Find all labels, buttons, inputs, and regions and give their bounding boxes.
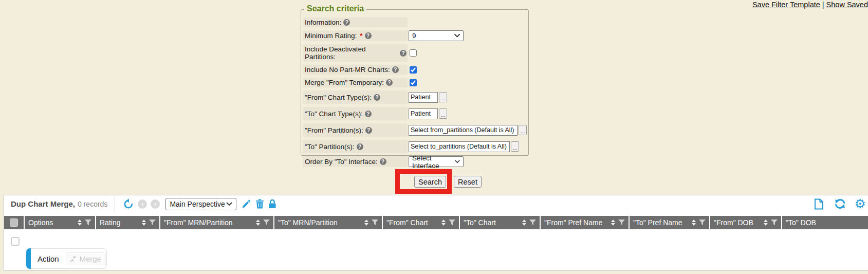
filter-icon[interactable] [529,220,536,226]
lock-perspective-button[interactable] [268,199,276,209]
form-row-from-partitions: "From" Partition(s): ? Select from_parti… [303,123,527,137]
include-deactivated-label-cell: Include Deactivated Partitions: ? [303,44,408,62]
gear-icon: ⚙ [855,197,866,210]
chevron-right-icon: › [154,200,156,207]
filter-icon[interactable] [149,220,156,226]
to-partitions-label: "To" Partition(s): [305,143,355,151]
column-header-from-chart[interactable]: "From" Chart [383,216,459,229]
sort-icon[interactable] [364,220,368,226]
filter-icon[interactable] [771,220,778,226]
reset-button[interactable]: Reset [454,176,482,188]
merge-from-temporary-checkbox[interactable] [410,79,417,86]
sort-icon[interactable] [692,220,696,226]
column-header-rating[interactable]: Rating [96,216,159,229]
row-checkbox[interactable] [11,237,20,246]
trash-icon [255,199,264,209]
help-icon[interactable]: ? [365,111,372,117]
column-header-to-pref-name[interactable]: "To" Pref Name [630,216,709,229]
search-criteria-fieldset: Search criteria Information: ? Minimum R… [301,9,529,156]
required-asterisk: * [360,32,362,40]
from-partitions-picker-button[interactable]: ... [519,125,527,135]
from-partitions-input[interactable]: Select from_partitions (Default is All) [409,125,518,136]
from-chart-types-picker-button[interactable]: ... [439,92,447,102]
form-row-include-deactivated: Include Deactivated Partitions: ? [303,44,527,62]
edit-perspective-button[interactable] [242,199,251,209]
from-partitions-label-cell: "From" Partition(s): ? [303,123,408,137]
to-chart-types-picker-button[interactable]: ... [439,108,447,119]
refresh-button[interactable] [834,198,846,209]
column-header-to-chart[interactable]: "To" Chart [460,216,540,229]
help-icon[interactable]: ? [400,50,407,57]
minimum-rating-select[interactable]: 9 [409,30,464,41]
column-header-to-mrn-partition[interactable]: "To" MRN/Partition [274,216,382,229]
form-row-from-chart-types: "From" Chart Type(s): ? Patient ... [303,90,527,104]
sort-icon[interactable] [764,220,768,226]
merge-icon [70,255,77,262]
help-icon[interactable]: ? [365,32,372,39]
merge-button[interactable]: Merge [66,252,106,265]
to-partitions-picker-button[interactable]: ... [511,141,519,152]
column-label: "From" Chart [386,218,428,227]
to-partitions-input[interactable]: Select to_partitions (Default is All) [409,141,510,152]
select-all-cell [4,216,24,229]
perspective-select[interactable]: Main Perspective [165,198,236,210]
to-chart-types-input[interactable]: Patient [409,108,438,119]
save-filter-template-link[interactable]: Save Filter Template [752,1,820,9]
column-header-from-dob[interactable]: "From" DOB [710,216,781,229]
settings-button[interactable]: ⚙ [855,197,866,210]
sort-icon[interactable] [78,220,82,226]
search-button[interactable]: Search [414,176,446,188]
column-label: "To" DOB [786,218,816,227]
search-criteria-rows: Information: ? Minimum Rating: * ? 9 Inc… [303,17,527,167]
results-grid: Dup Chart Merge, 0 records ‹ › Main Pers… [4,195,868,271]
next-perspective-button[interactable]: › [151,199,160,209]
sort-icon[interactable] [256,220,260,226]
filter-icon[interactable] [699,220,706,226]
column-header-options[interactable]: Options [25,216,95,229]
column-header-from-pref-name[interactable]: "From" Pref Name [541,216,629,229]
document-icon [814,198,824,210]
help-icon[interactable]: ? [374,94,380,101]
order-by-interface-label: Order By "To" Interface: [305,158,378,166]
minimum-rating-label-cell: Minimum Rating: * ? [303,30,408,41]
prev-perspective-button[interactable]: ‹ [138,199,147,209]
filter-icon[interactable] [372,220,378,226]
include-deactivated-checkbox[interactable] [410,49,417,57]
undo-icon [123,198,134,210]
form-row-information: Information: ? [303,17,527,27]
filter-icon[interactable] [85,220,91,226]
export-button[interactable] [814,198,824,210]
filter-template-links: Save Filter Template|Show Saved [752,1,868,9]
show-saved-link[interactable]: Show Saved [826,1,868,9]
help-icon[interactable]: ? [343,19,350,26]
form-row-minimum-rating: Minimum Rating: * ? 9 [303,30,527,41]
form-row-include-no-part-mr: Include No Part-MR Charts: ? [303,65,527,75]
delete-perspective-button[interactable] [255,199,264,209]
information-label: Information: [305,19,341,26]
help-icon[interactable]: ? [392,66,399,73]
include-no-part-mr-checkbox[interactable] [410,66,417,74]
pencil-icon [242,199,251,209]
column-header-from-mrn-partition[interactable]: "From" MRN/Partition [160,216,273,229]
sort-icon[interactable] [142,220,146,226]
help-icon[interactable]: ? [380,158,386,165]
sort-icon[interactable] [441,220,446,226]
column-header-to-dob[interactable]: "To" DOB [782,216,868,229]
from-chart-types-input[interactable]: Patient [409,92,438,103]
reset-perspective-icon[interactable] [123,198,134,210]
sort-icon[interactable] [522,220,526,226]
sort-icon[interactable] [611,220,615,226]
from-chart-types-label: "From" Chart Type(s): [305,94,372,101]
filter-icon[interactable] [618,220,625,226]
action-panel: Action Merge [26,248,107,269]
action-panel-accent-bar [26,248,31,269]
filter-icon[interactable] [263,220,270,226]
help-icon[interactable]: ? [365,127,372,134]
filter-icon[interactable] [449,220,455,226]
order-by-interface-select[interactable]: Select Interface [409,156,464,167]
grid-title: Dup Chart Merge, [11,199,75,208]
help-icon[interactable]: ? [357,143,363,150]
select-all-checkbox[interactable] [10,218,18,227]
help-icon[interactable]: ? [386,79,393,86]
to-partitions-label-cell: "To" Partition(s): ? [303,140,408,153]
